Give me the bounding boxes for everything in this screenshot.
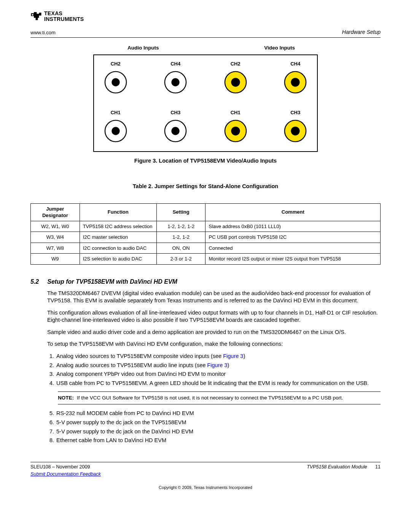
list-item: Analog audio sources to TVP5158EVM audio… xyxy=(56,362,381,369)
jumper-table: Jumper Designator Function Setting Comme… xyxy=(30,203,381,265)
list-item: 5-V power supply to the dc jack on the D… xyxy=(56,428,381,436)
svg-point-8 xyxy=(291,78,300,86)
jack-audio-ch4-label: CH4 xyxy=(170,61,180,67)
body-para: Sample video and audio driver code and a… xyxy=(47,329,381,336)
jack-video-ch1-label: CH1 xyxy=(231,109,241,116)
steps-list-a: Analog video sources to TVP5158EVM compo… xyxy=(47,353,381,387)
page-number: 11 xyxy=(375,464,381,470)
list-item: 5-V power supply to the dc jack on the T… xyxy=(56,419,381,427)
list-item: RS-232 null MODEM cable from PC to DaVin… xyxy=(56,410,381,417)
audio-jack-icon xyxy=(104,70,127,94)
figure-caption: Figure 3. Location of TVP5158EVM Video/A… xyxy=(134,157,277,165)
video-inputs-header: Video Inputs xyxy=(264,45,295,51)
svg-point-12 xyxy=(172,127,180,135)
table-caption: Table 2. Jumper Settings for Stand-Alone… xyxy=(30,183,381,190)
th-designator: Jumper Designator xyxy=(31,203,80,221)
header-rule xyxy=(30,37,381,38)
section-title: Setup for TVP5158EVM with DaVinci HD EVM xyxy=(47,278,177,286)
section-number: 5.2 xyxy=(30,278,39,286)
table-row: W7, W8 I2C connection to audio DAC ON, O… xyxy=(31,243,381,254)
ti-logo: TEXAS INSTRUMENTS xyxy=(30,11,381,22)
svg-point-10 xyxy=(112,127,119,135)
steps-list-b: RS-232 null MODEM cable from PC to DaVin… xyxy=(47,410,381,444)
ti-chip-icon xyxy=(30,11,42,21)
jack-video-ch4-label: CH4 xyxy=(290,61,300,67)
svg-point-2 xyxy=(112,78,119,86)
body-para: To setup the TVP5158EVM with DaVinci HD … xyxy=(47,340,381,348)
body-para: The TMS320DM6467 DVEVM (digital video ev… xyxy=(47,290,381,305)
note-box: NOTE: If the VCC GUI Software for TVP515… xyxy=(58,391,381,404)
note-text: If the VCC GUI Software for TVP5158 is n… xyxy=(77,395,343,401)
page-footer: SLEU108 – November 2009 Submit Documenta… xyxy=(30,462,381,491)
figure-link[interactable]: Figure 3 xyxy=(207,362,227,368)
jack-audio-ch1-label: CH1 xyxy=(111,109,121,116)
video-jack-icon xyxy=(284,70,307,94)
video-jack-icon xyxy=(284,119,307,143)
feedback-link[interactable]: Submit Documentation Feedback xyxy=(30,471,101,478)
note-label: NOTE: xyxy=(58,395,74,401)
list-item: USB cable from PC to TVP5158EVM. A green… xyxy=(56,380,381,387)
section-heading: 5.2 Setup for TVP5158EVM with DaVinci HD… xyxy=(30,278,381,286)
audio-inputs-header: Audio Inputs xyxy=(127,45,159,51)
list-item: Ethernet cable from LAN to DaVinci HD EV… xyxy=(56,437,381,444)
svg-point-14 xyxy=(231,126,240,135)
table-row: W9 I2S selection to audio DAC 2-3 or 1-2… xyxy=(31,254,381,265)
jack-audio-ch3-label: CH3 xyxy=(170,109,180,116)
list-item: Analog video sources to TVP5158EVM compo… xyxy=(56,353,381,360)
svg-point-4 xyxy=(172,78,180,86)
copyright: Copyright © 2009, Texas Instruments Inco… xyxy=(30,485,381,490)
jack-audio-ch2-label: CH2 xyxy=(111,61,121,67)
th-comment: Comment xyxy=(206,203,381,221)
footer-docnum: SLEU108 – November 2009 xyxy=(30,464,101,470)
video-jack-icon xyxy=(224,119,247,143)
table-row: W3, W4 I2C master selection 1-2, 1-2 PC … xyxy=(31,232,381,243)
logo-text-line2: INSTRUMENTS xyxy=(44,16,84,22)
audio-jack-icon xyxy=(164,70,187,94)
svg-point-16 xyxy=(291,126,300,135)
figure-link[interactable]: Figure 3 xyxy=(223,353,243,359)
table-row: W2, W1, W0 TVP5158 I2C address selection… xyxy=(31,221,381,232)
body-para: This configuration allows evaluation of … xyxy=(47,309,381,324)
footer-module: TVP5158 Evaluation Module xyxy=(307,464,367,470)
header-section: Hardware Setup xyxy=(342,29,381,36)
list-item: Analog component YPbPr video out from Da… xyxy=(56,371,381,378)
footer-rule xyxy=(30,462,381,462)
audio-jack-icon xyxy=(104,119,127,143)
svg-point-6 xyxy=(231,78,240,86)
logo-text-line1: TEXAS xyxy=(44,11,84,16)
jack-video-ch2-label: CH2 xyxy=(231,61,241,67)
th-function: Function xyxy=(80,203,156,221)
jack-video-ch3-label: CH3 xyxy=(290,109,300,116)
audio-jack-icon xyxy=(164,119,187,143)
th-setting: Setting xyxy=(156,203,206,221)
header-url[interactable]: www.ti.com xyxy=(30,29,56,36)
video-jack-icon xyxy=(224,70,247,94)
svg-rect-0 xyxy=(32,14,33,16)
figure-3: Audio Inputs Video Inputs CH2 CH4 CH2 CH… xyxy=(30,45,381,177)
